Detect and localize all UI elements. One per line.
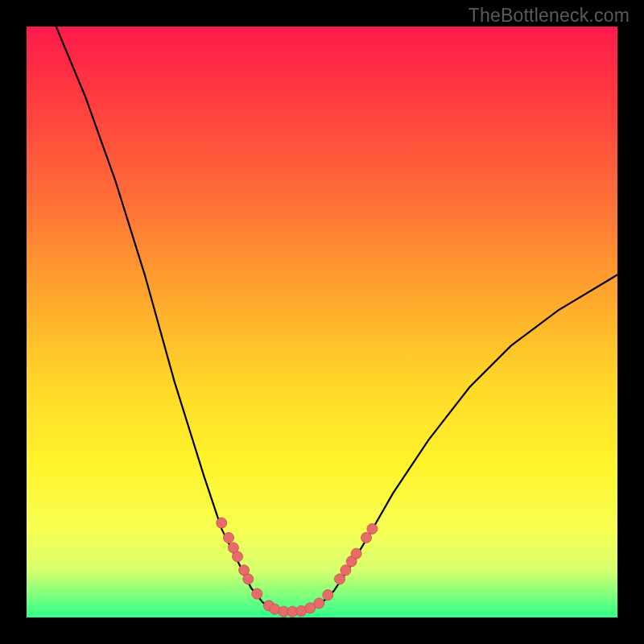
bottleneck-curve-path <box>56 27 617 612</box>
curve-marker <box>367 523 378 534</box>
chart-plot-area <box>27 27 617 617</box>
curve-marker <box>233 551 243 562</box>
curve-markers-group <box>217 518 378 617</box>
curve-marker <box>243 574 254 584</box>
curve-marker <box>217 518 227 528</box>
curve-marker <box>323 590 333 601</box>
curve-marker <box>351 548 361 559</box>
curve-marker <box>224 532 234 543</box>
curve-marker <box>252 588 262 599</box>
watermark-text: TheBottleneck.com <box>469 5 630 27</box>
curve-marker <box>314 598 324 609</box>
curve-marker <box>361 532 372 543</box>
curve-marker <box>341 565 351 576</box>
bottleneck-curve-svg <box>27 27 617 617</box>
curve-marker <box>335 574 345 584</box>
